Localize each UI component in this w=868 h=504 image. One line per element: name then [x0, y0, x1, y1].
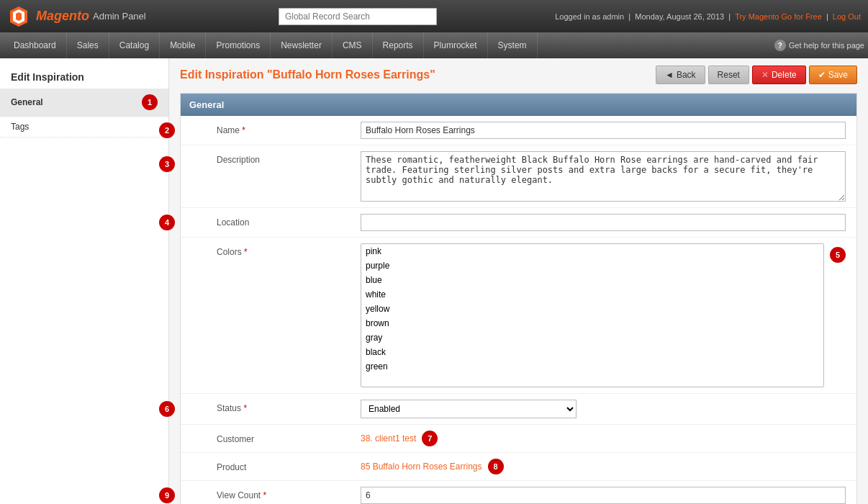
- nav-sales[interactable]: Sales: [67, 32, 109, 58]
- location-input[interactable]: [361, 214, 846, 231]
- back-icon: ◄: [665, 70, 674, 80]
- status-row: 6 Status * Enabled Disabled: [181, 394, 856, 425]
- help-text: Get help for this page: [789, 41, 864, 50]
- color-option-black[interactable]: black: [361, 345, 823, 359]
- color-option-pink[interactable]: pink: [361, 244, 823, 258]
- nav-system[interactable]: System: [488, 32, 538, 58]
- svg-marker-2: [16, 12, 22, 21]
- customer-link[interactable]: 38. client1 test: [361, 433, 416, 444]
- product-row: Product 85 Buffalo Horn Roses Earrings 8: [181, 453, 856, 481]
- view-count-row: 9 View Count *: [181, 481, 856, 504]
- name-label: Name *: [217, 122, 353, 135]
- reset-label: Reset: [718, 70, 740, 80]
- nav-newsletter[interactable]: Newsletter: [271, 32, 333, 58]
- colors-select[interactable]: pink purple blue white yellow brown gray…: [361, 243, 824, 387]
- sidebar: Edit Inspiration General 1 Tags: [0, 58, 169, 504]
- color-option-gray[interactable]: gray: [361, 330, 823, 345]
- reset-button[interactable]: Reset: [708, 66, 749, 84]
- annotation-badge-5: 5: [830, 247, 846, 263]
- product-label: Product: [217, 459, 353, 472]
- name-row: 2 Name *: [181, 116, 856, 145]
- annotation-badge-9: 9: [159, 487, 175, 503]
- logo-admin: Admin Panel: [93, 11, 146, 22]
- color-option-brown[interactable]: brown: [361, 316, 823, 330]
- customer-label: Customer: [217, 431, 353, 444]
- nav-right: ? Get help for this page: [774, 32, 864, 58]
- help-link[interactable]: ? Get help for this page: [774, 40, 864, 51]
- annotation-badge-8: 8: [488, 459, 504, 474]
- header-right: Logged in as admin | Monday, August 26, …: [555, 12, 861, 21]
- customer-row: Customer 38. client1 test 7: [181, 425, 856, 453]
- status-select[interactable]: Enabled Disabled: [361, 400, 577, 418]
- button-group: ◄ Back Reset ✕ Delete ✔ Save: [656, 66, 857, 84]
- save-button[interactable]: ✔ Save: [809, 66, 857, 84]
- nav-reports[interactable]: Reports: [373, 32, 424, 58]
- nav-catalog[interactable]: Catalog: [109, 32, 160, 58]
- content: Edit Inspiration "Buffalo Horn Roses Ear…: [169, 58, 868, 504]
- description-row: 3 Description These romantic, featherwei…: [181, 145, 856, 208]
- view-count-input[interactable]: [361, 487, 846, 504]
- annotation-badge-4: 4: [159, 215, 175, 230]
- save-icon: ✔: [818, 70, 826, 80]
- annotation-badge-3: 3: [159, 156, 175, 172]
- status-label: Status *: [217, 400, 353, 413]
- view-count-label: View Count *: [217, 487, 353, 500]
- sidebar-item-tags[interactable]: Tags: [0, 117, 168, 138]
- description-label: Description: [217, 151, 353, 165]
- logo-magento: Magento: [36, 9, 89, 24]
- color-option-yellow[interactable]: yellow: [361, 302, 823, 316]
- product-link[interactable]: 85 Buffalo Horn Roses Earrings: [361, 462, 482, 472]
- logout-link[interactable]: Log Out: [833, 12, 861, 21]
- location-row: 4 Location: [181, 208, 856, 238]
- magento-logo-icon: [7, 5, 30, 28]
- annotation-badge-7: 7: [422, 431, 438, 446]
- main-container: Edit Inspiration General 1 Tags Edit Ins…: [0, 58, 868, 504]
- sidebar-annotation-1: 1: [142, 94, 158, 110]
- header: Magento Admin Panel Logged in as admin |…: [0, 0, 868, 32]
- delete-icon: ✕: [761, 70, 769, 80]
- sidebar-title: Edit Inspiration: [0, 66, 168, 89]
- save-label: Save: [828, 70, 848, 80]
- description-input[interactable]: These romantic, featherweight Black Buff…: [361, 151, 846, 202]
- color-option-purple[interactable]: purple: [361, 258, 823, 273]
- colors-label: Colors *: [217, 243, 353, 257]
- delete-button[interactable]: ✕ Delete: [752, 66, 806, 84]
- logo: Magento Admin Panel: [7, 5, 146, 28]
- search-bar: [161, 8, 555, 25]
- help-icon: ?: [774, 40, 786, 51]
- nav-dashboard[interactable]: Dashboard: [4, 32, 67, 58]
- search-input[interactable]: [279, 8, 437, 25]
- sidebar-item-general[interactable]: General 1: [0, 89, 168, 117]
- user-info: Logged in as admin: [555, 12, 624, 21]
- sidebar-general-label: General: [11, 97, 43, 107]
- colors-wrapper: pink purple blue white yellow brown gray…: [361, 243, 846, 387]
- name-input[interactable]: [361, 122, 846, 139]
- nav-mobile[interactable]: Mobile: [160, 32, 206, 58]
- annotation-badge-2: 2: [159, 122, 175, 138]
- color-option-white[interactable]: white: [361, 287, 823, 302]
- page-header: Edit Inspiration "Buffalo Horn Roses Ear…: [180, 66, 857, 84]
- page-title: Edit Inspiration "Buffalo Horn Roses Ear…: [180, 68, 435, 81]
- nav-plumrocket[interactable]: Plumrocket: [424, 32, 488, 58]
- back-button[interactable]: ◄ Back: [656, 66, 705, 84]
- section-header: General: [181, 94, 856, 116]
- date-info: Monday, August 26, 2013: [635, 12, 724, 21]
- nav-promotions[interactable]: Promotions: [206, 32, 271, 58]
- back-label: Back: [677, 70, 696, 80]
- try-link[interactable]: Try Magento Go for Free: [735, 12, 822, 21]
- delete-label: Delete: [772, 70, 797, 80]
- color-option-green[interactable]: green: [361, 359, 823, 374]
- location-label: Location: [217, 214, 353, 228]
- color-option-blue[interactable]: blue: [361, 273, 823, 287]
- nav-cms[interactable]: CMS: [333, 32, 373, 58]
- form-container: General 2 Name * 3 Description These rom…: [180, 93, 857, 504]
- colors-row: Colors * pink purple blue white yellow b…: [181, 238, 856, 394]
- nav: Dashboard Sales Catalog Mobile Promotion…: [0, 32, 868, 58]
- annotation-badge-6: 6: [159, 401, 175, 417]
